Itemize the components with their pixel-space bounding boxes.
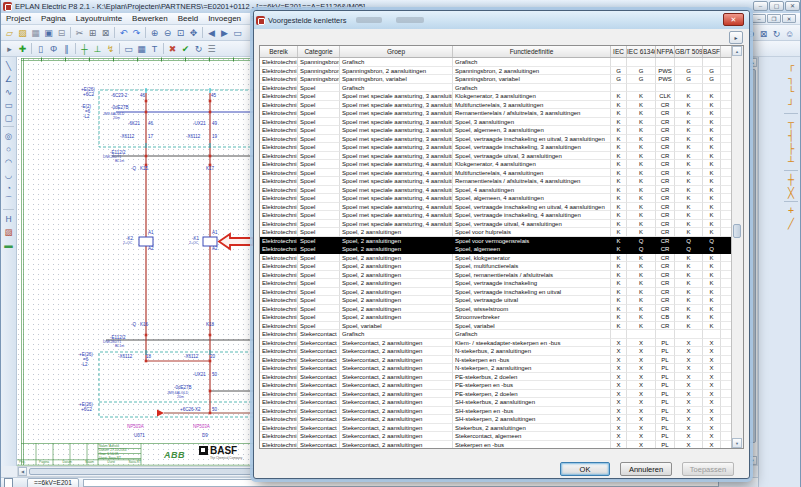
update-icon[interactable]: ↻ [192,42,205,55]
spline-icon[interactable]: ∿ [2,85,15,98]
column-header-categorie[interactable]: Categorie [298,46,340,57]
page-tab[interactable]: ==6kV=E201 [27,478,79,487]
zoom-in-icon[interactable]: ⊕ [148,26,161,39]
table-row[interactable]: Elektrotechni...SpoelSpoel, 2 aansluitin… [260,296,743,305]
table-row[interactable]: Elektrotechni...StekercontactStekerconta… [260,364,743,373]
copy-icon[interactable]: ⊞ [86,26,99,39]
menu-item-pagina[interactable]: Pagina [36,13,71,24]
dialog-title-bar[interactable]: Voorgestelde kenletters [254,11,749,29]
t-node-up-icon[interactable]: ┴ [784,155,799,168]
select-icon[interactable]: ▸ [3,42,16,55]
connection-icon[interactable]: ┼ [78,42,91,55]
table-row[interactable]: Elektrotechni...StekercontactStekerconta… [260,424,743,433]
table-row[interactable]: Elektrotechni...SpoelSpoel, 2 aansluitin… [260,271,743,280]
table-row[interactable]: Elektrotechni...SpoelSpoel met speciale … [260,220,743,229]
interruption-point-icon[interactable]: ↯ [104,42,117,55]
table-row[interactable]: Elektrotechni...SpoelSpoel met speciale … [260,211,743,220]
redo-icon[interactable]: ↷ [130,26,143,39]
table-row[interactable]: Elektrotechni...SpoelSpoel met speciale … [260,135,743,144]
table-row[interactable]: Elektrotechni...SpanningsbronGrafischGra… [260,58,743,67]
table-row[interactable]: Elektrotechni...StekercontactStekerconta… [260,381,743,390]
table-row[interactable]: Elektrotechni...SpoelSpoel, 2 aansluitin… [260,262,743,271]
t-node-left-icon[interactable]: ┤ [784,129,799,142]
table-row[interactable]: Elektrotechni...SpoelSpoel met speciale … [260,143,743,152]
column-header-functiedefinitie[interactable]: Functiedefinitie [453,46,611,57]
table-scroll-thumb[interactable] [733,224,741,238]
help-icon[interactable]: ☺ [783,27,796,40]
apply-button[interactable]: Toepassen [682,462,734,476]
table-row[interactable]: Elektrotechni...SpoelSpoel met speciale … [260,169,743,178]
open-project-icon[interactable]: ▨ [16,26,29,39]
table-row[interactable]: Elektrotechni...SpoelSpoel met speciale … [260,126,743,135]
table-row[interactable]: Elektrotechni...StekercontactGrafischGra… [260,330,743,339]
corner-down-right-icon[interactable]: ┌ [784,59,799,72]
table-row[interactable]: Elektrotechni...SpoelSpoel, 2 aansluitin… [260,279,743,288]
table-row[interactable]: Elektrotechni...SpoelSpoel, 2 aansluitin… [260,288,743,297]
mdi-minimize-icon[interactable]: – [752,14,766,23]
break-point-icon[interactable]: ╳ [784,186,799,199]
table-row[interactable]: Elektrotechni...StekercontactStekerconta… [260,390,743,399]
next-page-icon[interactable]: ▶ [218,26,231,39]
table-row[interactable]: Elektrotechni...StekercontactStekerconta… [260,347,743,356]
corner-up-left-icon[interactable]: ┘ [784,98,799,111]
table-row[interactable]: Elektrotechni...SpoelSpoel met speciale … [260,92,743,101]
table-row[interactable]: Elektrotechni...SpoelSpoel, 2 aansluitin… [260,313,743,322]
print-icon[interactable]: ⊟ [55,26,68,39]
paste-icon[interactable]: ⊠ [99,26,112,39]
maximize-icon[interactable]: ▢ [769,1,784,11]
dimension-icon[interactable]: ▬ [2,238,15,251]
dialog-close-icon[interactable]: ✕ [723,13,744,26]
corner-down-left-icon[interactable]: ┐ [784,72,799,85]
table-row[interactable]: Elektrotechni...SpoelSpoel met speciale … [260,186,743,195]
table-row[interactable]: Elektrotechni...StekercontactStekerconta… [260,432,743,441]
arc-top-icon[interactable]: ◠ [2,155,15,168]
menu-item-bewerken[interactable]: Bewerken [127,13,173,24]
column-header-iec61346[interactable]: IEC 61346 [627,46,656,57]
previous-page-icon[interactable]: ◀ [205,26,218,39]
table-row[interactable]: Elektrotechni...SpoelSpoel, 2 aansluitin… [260,245,743,254]
table-row[interactable]: Elektrotechni...SpoelSpoel met speciale … [260,177,743,186]
table-row[interactable]: Elektrotechni...SpoelSpoel met speciale … [260,118,743,127]
table-row[interactable]: Elektrotechni...SpoelGrafischGrafisch [260,84,743,93]
rectangle-icon[interactable]: ▭ [2,98,15,111]
column-header-basf[interactable]: BASF [703,46,721,57]
table-row[interactable]: Elektrotechni...StekercontactStekerconta… [260,398,743,407]
image-icon[interactable]: ▨ [2,225,15,238]
column-header-groep[interactable]: Groep [340,46,453,57]
cut-icon[interactable]: ✂ [73,26,86,39]
column-header-gbt5094[interactable]: GB/T 5094 [675,46,703,57]
pan-icon[interactable]: ✥ [187,26,200,39]
circle-center-icon[interactable]: ◎ [2,129,15,142]
zoom-window-icon[interactable]: ⊡ [174,26,187,39]
connection-point-icon[interactable]: + [784,204,799,217]
menu-item-invoegen[interactable]: Invoegen [203,13,246,24]
rounded-rectangle-icon[interactable]: ▢ [2,111,15,124]
table-row[interactable]: Elektrotechni...StekercontactStekerconta… [260,441,743,450]
table-row[interactable]: Elektrotechni...SpoelSpoel, 2 aansluitin… [260,305,743,314]
table-row[interactable]: Elektrotechni...StekercontactStekerconta… [260,356,743,365]
table-row[interactable]: Elektrotechni...StekercontactStekerconta… [260,373,743,382]
insert-symbol-icon[interactable]: ✚ [16,42,29,55]
line-icon[interactable]: ╲ [2,59,15,72]
window-icon[interactable]: ▭ [231,26,244,39]
close-project-icon[interactable]: ▦ [29,26,42,39]
stretch-icon[interactable]: H [2,212,15,225]
table-row[interactable]: Elektrotechni...SpoelSpoel, 2 aansluitin… [260,254,743,263]
table-row[interactable]: Elektrotechni...SpoelSpoel met speciale … [260,109,743,118]
scroll-left-icon[interactable]: ◀ [18,467,27,476]
cable-icon[interactable]: ∥ [60,42,73,55]
table-scroll-up-icon[interactable]: ▲ [732,46,742,56]
t-node-down-icon[interactable]: ┬ [784,116,799,129]
table-row[interactable]: Elektrotechni...SpoelSpoel met speciale … [260,152,743,161]
potential-icon[interactable]: ⊥ [91,42,104,55]
rotate-icon[interactable]: ↻ [770,27,783,40]
device-icon[interactable]: ▯ [34,42,47,55]
page-status-field[interactable] [83,479,719,487]
table-row[interactable]: Elektrotechni...SpoelSpoel met speciale … [260,101,743,110]
table-scroll-down-icon[interactable]: ▼ [732,438,742,448]
minimize-icon[interactable]: – [753,1,768,11]
line-tool-icon[interactable]: ╱ [784,217,799,230]
zoom-out-icon[interactable]: ⊖ [161,26,174,39]
menu-item-project[interactable]: Project [1,13,36,24]
sector-icon[interactable]: ◔ [2,181,15,194]
